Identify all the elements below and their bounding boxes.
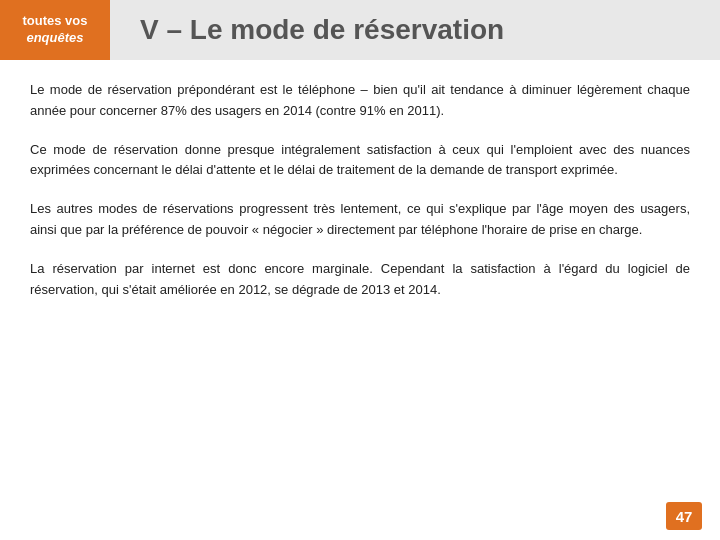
logo: toutes vos enquêtes — [0, 0, 110, 60]
page-title: V – Le mode de réservation — [110, 14, 504, 46]
paragraph-2: Ce mode de réservation donne presque int… — [30, 140, 690, 182]
logo-line2: enquêtes — [22, 30, 87, 47]
logo-line1: toutes vos — [22, 13, 87, 30]
main-content: Le mode de réservation prépondérant est … — [0, 60, 720, 328]
logo-text: toutes vos enquêtes — [22, 13, 87, 47]
paragraph-3: Les autres modes de réservations progres… — [30, 199, 690, 241]
paragraph-1: Le mode de réservation prépondérant est … — [30, 80, 690, 122]
header: toutes vos enquêtes V – Le mode de réser… — [0, 0, 720, 60]
page-number: 47 — [666, 502, 702, 530]
paragraph-4: La réservation par internet est donc enc… — [30, 259, 690, 301]
